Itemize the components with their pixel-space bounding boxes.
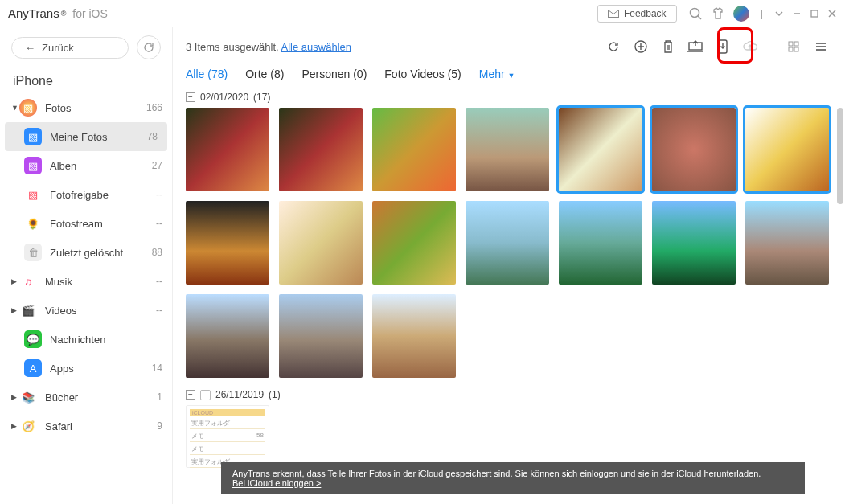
close-icon[interactable] [827, 9, 837, 18]
checkbox[interactable] [200, 390, 211, 400]
photo-thumbnail[interactable] [186, 201, 269, 285]
titlebar: AnyTrans ® for iOS Feedback | [0, 0, 845, 27]
category-icon: 🧭 [19, 417, 37, 435]
select-all-link[interactable]: Alle auswählen [281, 41, 351, 53]
toolbar: 3 Items ausgewählt, Alle auswählen [173, 27, 845, 63]
grid-view-icon[interactable] [782, 35, 805, 58]
photo-thumbnail[interactable] [466, 108, 549, 191]
sidebar-item-musik[interactable]: ▶♫Musik-- [0, 267, 172, 296]
mail-icon [608, 10, 619, 18]
filter-tabs: Alle (78)Orte (8)Personen (0)Foto Videos… [173, 63, 845, 88]
caret-icon: ▶ [11, 277, 19, 285]
photo-thumbnail[interactable] [745, 108, 829, 191]
photo-thumbnail[interactable] [186, 108, 269, 191]
sidebar-label: Fotofreigabe [50, 189, 156, 201]
category-icon: A [24, 359, 42, 377]
sidebar-count: 14 [152, 363, 162, 374]
thumbnail-grid [186, 108, 832, 378]
sidebar: ← Zurück iPhone ▼▧Fotos166▧Meine Fotos78… [0, 27, 173, 504]
main: 3 Items ausgewählt, Alle auswählen Alle … [173, 27, 845, 504]
icloud-banner: AnyTrans erkennt, dass Teile Ihrer Fotos… [221, 462, 805, 494]
refresh-icon[interactable] [602, 35, 625, 58]
sidebar-count: -- [156, 189, 162, 200]
caret-icon: ▶ [11, 306, 19, 314]
sidebar-tree: ▼▧Fotos166▧Meine Fotos78▧Alben27▧Fotofre… [0, 93, 172, 504]
sidebar-item-fotofreigabe[interactable]: ▧Fotofreigabe-- [0, 180, 172, 209]
scrollbar[interactable] [837, 108, 843, 204]
category-icon: 💬 [24, 330, 42, 348]
selection-text: 3 Items ausgewählt, [186, 41, 279, 53]
banner-text: AnyTrans erkennt, dass Teile Ihrer Fotos… [232, 469, 794, 478]
photo-thumbnail[interactable] [466, 201, 549, 285]
tab-alle[interactable]: Alle (78) [186, 68, 228, 80]
to-pc-icon[interactable] [684, 35, 707, 58]
photo-thumbnail[interactable] [372, 294, 456, 378]
maximize-icon[interactable] [810, 9, 819, 18]
title-icons: | [688, 6, 837, 22]
photo-thumbnail[interactable] [652, 201, 736, 285]
sidebar-label: Nachrichten [50, 334, 162, 346]
to-device-icon[interactable] [712, 35, 734, 58]
registered-mark: ® [61, 10, 67, 18]
sidebar-item-apps[interactable]: AApps14 [0, 354, 172, 383]
photo-thumbnail[interactable] [745, 201, 829, 285]
sidebar-item-videos[interactable]: ▶🎬Videos-- [0, 296, 172, 325]
date-group-header: −26/11/2019 (1) [186, 389, 832, 400]
more-menu[interactable]: Mehr ▼ [479, 68, 515, 80]
photo-thumbnail[interactable] [372, 108, 456, 191]
photo-thumbnail[interactable] [372, 201, 456, 285]
photo-thumbnail[interactable] [186, 294, 269, 378]
tab-personen[interactable]: Personen (0) [301, 68, 367, 80]
photo-thumbnail[interactable] [652, 108, 736, 191]
chevron-down-icon[interactable] [774, 9, 784, 18]
minimize-icon[interactable] [792, 9, 802, 18]
sidebar-label: Zuletzt gelöscht [50, 247, 152, 259]
sidebar-item-fotos[interactable]: ▼▧Fotos166 [0, 93, 172, 122]
svg-rect-13 [789, 42, 793, 46]
sidebar-item-nachrichten[interactable]: 💬Nachrichten [0, 325, 172, 354]
tab-foto[interactable]: Foto Videos (5) [384, 68, 461, 80]
search-icon[interactable] [688, 6, 703, 21]
sidebar-count: -- [156, 218, 162, 229]
sidebar-item-alben[interactable]: ▧Alben27 [0, 151, 172, 180]
sidebar-label: Musik [45, 276, 156, 288]
banner-link[interactable]: Bei iCloud einloggen > [232, 478, 321, 488]
collapse-icon[interactable]: − [186, 92, 195, 102]
photo-thumbnail[interactable] [559, 108, 642, 191]
group-date: 26/11/2019 [215, 389, 264, 400]
refresh-button[interactable] [137, 35, 161, 59]
photo-thumbnail[interactable] [279, 108, 363, 191]
sidebar-item-fotostream[interactable]: 🌻Fotostream-- [0, 209, 172, 238]
collapse-icon[interactable]: − [186, 390, 195, 400]
shirt-icon[interactable] [711, 6, 725, 21]
sidebar-count: 88 [152, 247, 162, 258]
photo-thumbnail[interactable]: iCLOUD実用フォルダメモ58メモ実用フォルダ [186, 405, 269, 468]
svg-rect-16 [794, 47, 798, 51]
feedback-button[interactable]: Feedback [597, 5, 677, 23]
add-icon[interactable] [630, 35, 652, 58]
device-title: iPhone [0, 68, 172, 93]
list-view-icon[interactable] [810, 35, 832, 58]
category-icon: 📚 [19, 388, 37, 406]
caret-icon: ▼ [11, 104, 19, 112]
photo-thumbnail[interactable] [559, 201, 642, 285]
caret-icon: ▶ [11, 393, 19, 401]
group-count: (17) [253, 92, 270, 103]
sidebar-count: 27 [152, 160, 162, 171]
sidebar-item-safari[interactable]: ▶🧭Safari9 [0, 412, 172, 440]
sidebar-item-meine-fotos[interactable]: ▧Meine Fotos78 [5, 122, 167, 151]
category-icon: ▧ [24, 186, 42, 203]
sidebar-count: 9 [157, 420, 162, 432]
tab-orte[interactable]: Orte (8) [245, 68, 284, 80]
to-cloud-icon[interactable] [739, 35, 761, 58]
sidebar-label: Apps [50, 363, 152, 375]
avatar[interactable] [733, 6, 749, 22]
photo-thumbnail[interactable] [279, 294, 363, 378]
sidebar-item-bücher[interactable]: ▶📚Bücher1 [0, 383, 172, 412]
photo-content: −02/01/2020 (17)−26/11/2019 (1)iCLOUD実用フ… [173, 88, 845, 504]
photo-thumbnail[interactable] [279, 201, 363, 285]
back-button[interactable]: ← Zurück [11, 37, 129, 59]
delete-icon[interactable] [657, 35, 679, 58]
thumbnail-grid: iCLOUD実用フォルダメモ58メモ実用フォルダ [186, 405, 832, 468]
sidebar-item-zuletzt-gelöscht[interactable]: 🗑Zuletzt gelöscht88 [0, 238, 172, 267]
